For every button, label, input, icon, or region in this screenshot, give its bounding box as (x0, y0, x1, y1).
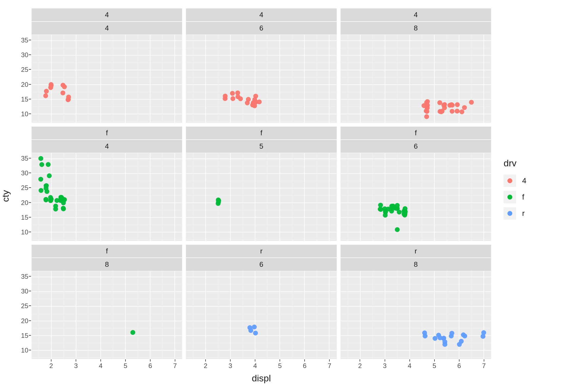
facet-strip: 4 (32, 8, 182, 22)
data-point (449, 109, 454, 114)
legend-key (504, 207, 516, 220)
y-tick-label: 20 (21, 199, 28, 207)
facet-strip: 8 (341, 258, 491, 271)
x-tick-label: 5 (124, 362, 127, 370)
x-tick-label: 3 (229, 362, 232, 370)
legend-label: 4 (522, 176, 526, 185)
x-tick-label: 5 (278, 362, 282, 370)
data-point (449, 102, 454, 107)
data-point (39, 188, 44, 193)
x-tick-label: 4 (99, 362, 102, 370)
x-tick-label: 6 (303, 362, 307, 370)
plot-panel (186, 271, 336, 359)
facet-panel: r6 (186, 244, 337, 359)
data-point (395, 227, 400, 232)
plot-panel (32, 153, 182, 241)
legend: drv 4fr (504, 158, 566, 223)
y-tick-label: 35 (21, 36, 28, 44)
legend-label: r (522, 209, 525, 218)
facet-grid: 444648f4f5f6f8r6r8 (31, 8, 491, 359)
data-point (402, 210, 407, 215)
y-tick-label: 15 (21, 332, 28, 339)
facet-panel: f5 (186, 126, 337, 241)
facet-panel: f4 (31, 126, 182, 241)
data-point (39, 162, 44, 167)
data-point (383, 213, 388, 218)
x-tick-label: 7 (482, 362, 486, 370)
plot-panel (341, 35, 491, 123)
data-point (249, 328, 253, 333)
y-tick-label: 10 (21, 347, 28, 354)
x-tick-label: 7 (328, 362, 331, 370)
data-point (397, 210, 402, 215)
data-point (424, 100, 429, 105)
x-tick-group: 234567 (340, 359, 491, 373)
data-point (60, 90, 65, 95)
x-tick-group: 234567 (186, 359, 337, 373)
y-tick-group: 101520253035 (0, 271, 28, 359)
y-tick-label: 25 (21, 66, 28, 74)
data-point (38, 156, 43, 161)
data-point (231, 96, 235, 101)
data-point (442, 342, 447, 347)
y-tick-label: 20 (21, 317, 28, 325)
data-point (439, 109, 444, 114)
x-tick-label: 2 (358, 362, 362, 370)
data-point (252, 103, 257, 108)
data-point (238, 96, 243, 101)
x-tick-label: 2 (204, 362, 207, 370)
data-point (130, 330, 135, 335)
facet-strip: 4 (32, 140, 182, 153)
facet-strip: 4 (341, 8, 491, 22)
legend-title: drv (504, 158, 566, 169)
facet-strip: 5 (186, 140, 336, 153)
plot-panel (32, 35, 182, 123)
data-point (44, 183, 48, 188)
data-point (44, 198, 48, 203)
plot-panel (341, 271, 491, 359)
facet-panel: 48 (340, 8, 491, 123)
y-tick-label: 10 (21, 110, 28, 118)
x-tick-label: 6 (457, 362, 461, 370)
x-tick-group: 234567 (31, 359, 182, 373)
data-point (462, 333, 467, 338)
legend-item: 4 (504, 174, 566, 187)
y-tick-label: 35 (21, 155, 28, 162)
facet-strip: f (32, 245, 182, 258)
facet-panel: f8 (31, 244, 182, 359)
data-point (216, 198, 221, 203)
data-point (43, 93, 48, 98)
data-point (61, 197, 66, 202)
data-point (462, 105, 467, 110)
y-tick-label: 10 (21, 228, 28, 236)
data-point (481, 330, 486, 335)
legend-item: r (504, 207, 566, 220)
data-point (424, 109, 428, 114)
facet-strip: 8 (32, 258, 182, 271)
facet-strip: 4 (186, 8, 336, 22)
facet-panel: 46 (186, 8, 337, 123)
legend-key (504, 174, 516, 187)
plot-panel (341, 153, 491, 241)
data-point (48, 85, 53, 90)
x-axis-title: displ (252, 373, 271, 384)
data-point (44, 89, 49, 94)
x-tick-label: 5 (433, 362, 436, 370)
facet-strip: f (186, 127, 336, 140)
y-tick-label: 35 (21, 273, 28, 280)
data-point (455, 109, 460, 114)
y-tick-label: 15 (21, 214, 28, 221)
x-tick-label: 3 (383, 362, 387, 370)
plot-panel (186, 35, 336, 123)
data-point (49, 197, 54, 202)
legend-dot-icon (507, 211, 512, 216)
facet-strip: 4 (32, 22, 182, 35)
y-tick-label: 30 (21, 287, 28, 295)
legend-dot-icon (507, 195, 512, 200)
data-point (47, 173, 52, 178)
data-point (257, 99, 262, 104)
y-tick-label: 25 (21, 302, 28, 310)
y-tick-label: 30 (21, 169, 28, 177)
facet-strip: f (341, 127, 491, 140)
data-point (230, 91, 235, 96)
